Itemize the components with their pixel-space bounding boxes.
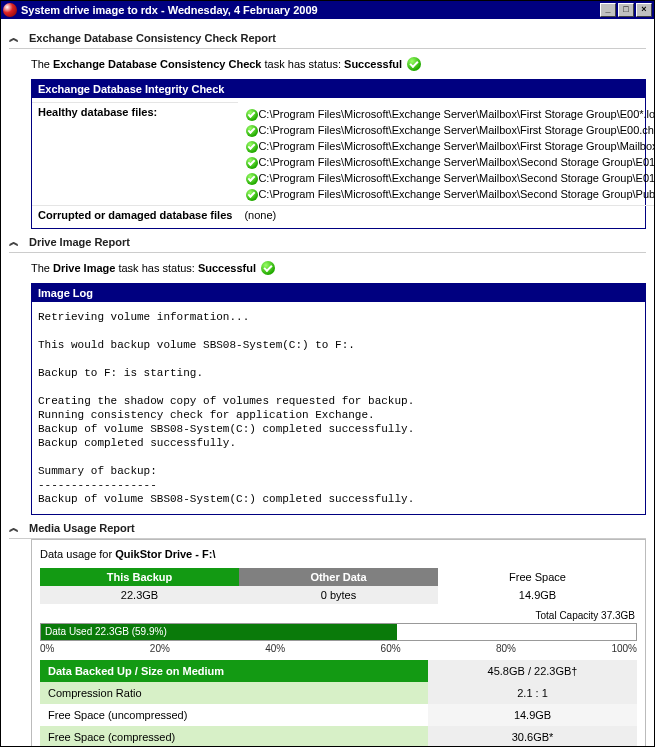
close-button[interactable]: × xyxy=(636,3,652,17)
section-header-drive-image: ︽ Drive Image Report xyxy=(9,229,646,253)
exchange-table: Healthy database files: C:\Program Files… xyxy=(32,102,654,224)
panel-title: Image Log xyxy=(32,284,645,302)
status-value: Successful xyxy=(344,58,402,70)
val-this-backup: 22.3GB xyxy=(40,586,239,604)
healthy-file-row: C:\Program Files\Microsoft\Exchange Serv… xyxy=(244,170,654,186)
col-other-data: Other Data xyxy=(239,568,438,586)
minimize-button[interactable]: _ xyxy=(600,3,616,17)
val-free-space: 14.9GB xyxy=(438,586,637,604)
healthy-file-row: C:\Program Files\Microsoft\Exchange Serv… xyxy=(244,154,654,170)
file-path: C:\Program Files\Microsoft\Exchange Serv… xyxy=(258,108,654,120)
stats-row: Compression Ratio2.1 : 1 xyxy=(40,682,637,704)
healthy-file-row: C:\Program Files\Microsoft\Exchange Serv… xyxy=(244,138,654,154)
task-name: Exchange Database Consistency Check xyxy=(53,58,261,70)
device-name: QuikStor Drive - F:\ xyxy=(115,548,215,560)
success-icon xyxy=(246,157,258,169)
success-icon xyxy=(261,261,275,275)
text: Data usage for xyxy=(40,548,115,560)
success-icon xyxy=(246,141,258,153)
media-usage-box: Data usage for QuikStor Drive - F:\ This… xyxy=(31,539,646,747)
section-header-exchange: ︽ Exchange Database Consistency Check Re… xyxy=(9,25,646,49)
app-icon xyxy=(3,3,17,17)
text: task has status: xyxy=(262,58,345,70)
titlebar: System drive image to rdx - Wednesday, 4… xyxy=(1,1,654,19)
corrupt-label: Corrupted or damaged database files xyxy=(32,205,238,224)
section-title: Media Usage Report xyxy=(29,522,135,534)
tick-label: 40% xyxy=(265,643,285,654)
collapse-icon[interactable]: ︽ xyxy=(9,521,19,535)
healthy-file-row: C:\Program Files\Microsoft\Exchange Serv… xyxy=(244,106,654,122)
image-log-text: Retrieving volume information... This wo… xyxy=(32,302,645,514)
exchange-integrity-panel: Exchange Database Integrity Check Health… xyxy=(31,79,646,229)
stats-key: Free Space (uncompressed) xyxy=(40,704,428,726)
file-path: C:\Program Files\Microsoft\Exchange Serv… xyxy=(258,156,654,168)
stats-table: Data Backed Up / Size on Medium 45.8GB /… xyxy=(40,660,637,747)
file-path: C:\Program Files\Microsoft\Exchange Serv… xyxy=(258,172,654,184)
col-this-backup: This Backup xyxy=(40,568,239,586)
file-path: C:\Program Files\Microsoft\Exchange Serv… xyxy=(258,188,654,200)
collapse-icon[interactable]: ︽ xyxy=(9,235,19,249)
col-free-space: Free Space xyxy=(438,568,637,586)
stats-value: 2.1 : 1 xyxy=(428,682,637,704)
image-log-panel: Image Log Retrieving volume information.… xyxy=(31,283,646,515)
scroll-content[interactable]: ︽ Exchange Database Consistency Check Re… xyxy=(1,19,654,746)
file-path: C:\Program Files\Microsoft\Exchange Serv… xyxy=(258,124,654,136)
stats-row: Free Space (compressed)30.6GB* xyxy=(40,726,637,747)
exchange-status-line: The Exchange Database Consistency Check … xyxy=(31,57,646,71)
success-icon xyxy=(246,189,258,201)
usage-bar-ticks: 0%20%40%60%80%100% xyxy=(40,643,637,660)
corrupt-value: (none) xyxy=(238,205,654,224)
panel-title: Exchange Database Integrity Check xyxy=(32,80,645,98)
success-icon xyxy=(246,109,258,121)
text: task has status: xyxy=(115,262,198,274)
tick-label: 60% xyxy=(381,643,401,654)
text: The xyxy=(31,58,53,70)
tick-label: 100% xyxy=(611,643,637,654)
healthy-files-list: C:\Program Files\Microsoft\Exchange Serv… xyxy=(244,106,654,202)
total-capacity-label: Total Capacity 37.3GB xyxy=(40,604,637,623)
stats-header-val: 45.8GB / 22.3GB† xyxy=(428,660,637,682)
healthy-label: Healthy database files: xyxy=(32,103,238,206)
stats-header-key: Data Backed Up / Size on Medium xyxy=(40,660,428,682)
usage-bar-label: Data Used 22.3GB (59.9%) xyxy=(45,624,167,640)
tick-label: 20% xyxy=(150,643,170,654)
report-window: System drive image to rdx - Wednesday, 4… xyxy=(0,0,655,747)
usage-bar: Data Used 22.3GB (59.9%) xyxy=(40,623,637,641)
stats-value: 14.9GB xyxy=(428,704,637,726)
success-icon xyxy=(246,173,258,185)
drive-image-status-line: The Drive Image task has status: Success… xyxy=(31,261,646,275)
collapse-icon[interactable]: ︽ xyxy=(9,31,19,45)
section-title: Drive Image Report xyxy=(29,236,130,248)
section-title: Exchange Database Consistency Check Repo… xyxy=(29,32,276,44)
stats-key: Free Space (compressed) xyxy=(40,726,428,747)
file-path: C:\Program Files\Microsoft\Exchange Serv… xyxy=(258,140,654,152)
section-header-media-usage: ︽ Media Usage Report xyxy=(9,515,646,539)
val-other-data: 0 bytes xyxy=(239,586,438,604)
healthy-file-row: C:\Program Files\Microsoft\Exchange Serv… xyxy=(244,122,654,138)
stats-row: Free Space (uncompressed)14.9GB xyxy=(40,704,637,726)
success-icon xyxy=(407,57,421,71)
text: The xyxy=(31,262,53,274)
status-value: Successful xyxy=(198,262,256,274)
stats-value: 30.6GB* xyxy=(428,726,637,747)
maximize-button[interactable]: □ xyxy=(618,3,634,17)
tick-label: 0% xyxy=(40,643,54,654)
tick-label: 80% xyxy=(496,643,516,654)
task-name: Drive Image xyxy=(53,262,115,274)
media-usage-title: Data usage for QuikStor Drive - F:\ xyxy=(40,548,637,560)
usage-summary-table: This Backup Other Data Free Space 22.3GB… xyxy=(40,568,637,604)
stats-key: Compression Ratio xyxy=(40,682,428,704)
success-icon xyxy=(246,125,258,137)
healthy-file-row: C:\Program Files\Microsoft\Exchange Serv… xyxy=(244,186,654,202)
window-title: System drive image to rdx - Wednesday, 4… xyxy=(21,4,598,16)
